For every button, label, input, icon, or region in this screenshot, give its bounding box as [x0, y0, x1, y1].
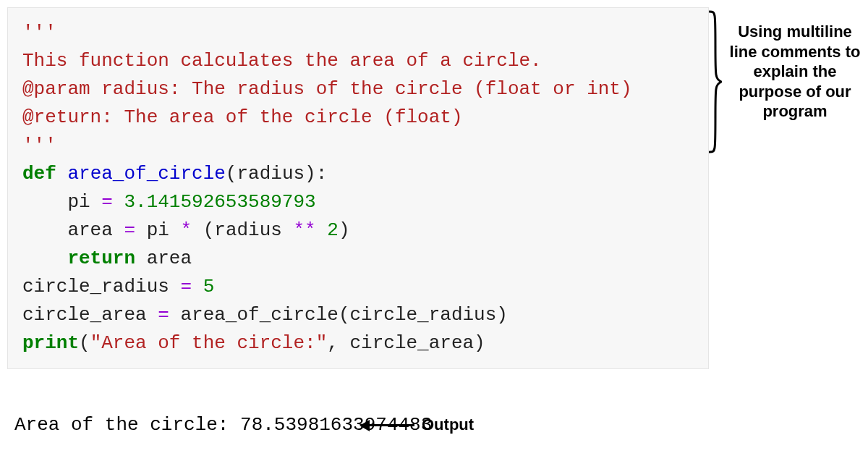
- return-expr: area: [135, 248, 192, 269]
- expr: pi: [135, 219, 180, 241]
- paren-open: (: [79, 332, 90, 354]
- op-pow: **: [294, 219, 316, 241]
- num-five: 5: [203, 276, 215, 297]
- paren-open: (: [226, 163, 237, 185]
- op-eq: =: [124, 219, 135, 241]
- docstring-line: @return: The area of the circle (float): [22, 104, 701, 132]
- arrow-line-icon: [364, 424, 414, 426]
- function-name: area_of_circle: [67, 163, 225, 185]
- code-block: ''' This function calculates the area of…: [7, 7, 709, 369]
- docstring-line: This function calculates the area of a c…: [22, 47, 701, 75]
- keyword-def: def: [22, 163, 56, 185]
- keyword-return: return: [22, 248, 135, 269]
- annotation-comment: Using multiline line comments to explain…: [723, 22, 867, 122]
- ident-pi: pi: [22, 191, 101, 213]
- return-line: return area: [22, 245, 701, 273]
- ident-area: area: [22, 219, 124, 241]
- docstring-line: @param radius: The radius of the circle …: [22, 75, 701, 104]
- builtin-print: print: [22, 332, 79, 354]
- docstring-close: ''': [22, 132, 701, 160]
- def-line: def area_of_circle(radius):: [22, 160, 701, 188]
- assign-pi: pi = 3.141592653589793: [22, 188, 701, 216]
- op-eq: =: [101, 191, 113, 213]
- ident-ca: circle_area: [22, 304, 158, 326]
- paren-close: ): [339, 219, 350, 241]
- print-line: print("Area of the circle:", circle_area…: [22, 329, 701, 358]
- ident-cr: circle_radius: [22, 276, 180, 297]
- paren-close: ):: [305, 163, 327, 185]
- space: [316, 219, 328, 241]
- call-expr: area_of_circle(circle_radius): [169, 304, 508, 326]
- assign-area: area = pi * (radius ** 2): [22, 216, 701, 245]
- param: radius: [237, 163, 305, 185]
- space: [192, 276, 203, 297]
- assign-circle-area: circle_area = area_of_circle(circle_radi…: [22, 301, 701, 329]
- docstring-open: ''': [22, 19, 701, 47]
- expr: (radius: [192, 219, 293, 241]
- string-literal: "Area of the circle:": [90, 332, 328, 354]
- assign-radius: circle_radius = 5: [22, 273, 701, 301]
- brace-icon: [709, 10, 722, 153]
- num-pi: 3.141592653589793: [113, 191, 316, 213]
- num-two: 2: [327, 219, 339, 241]
- annotation-output: Output: [422, 415, 474, 434]
- op-eq: =: [180, 276, 192, 297]
- op-eq: =: [158, 304, 169, 326]
- print-args: , circle_area): [327, 332, 485, 354]
- op-star: *: [180, 219, 192, 241]
